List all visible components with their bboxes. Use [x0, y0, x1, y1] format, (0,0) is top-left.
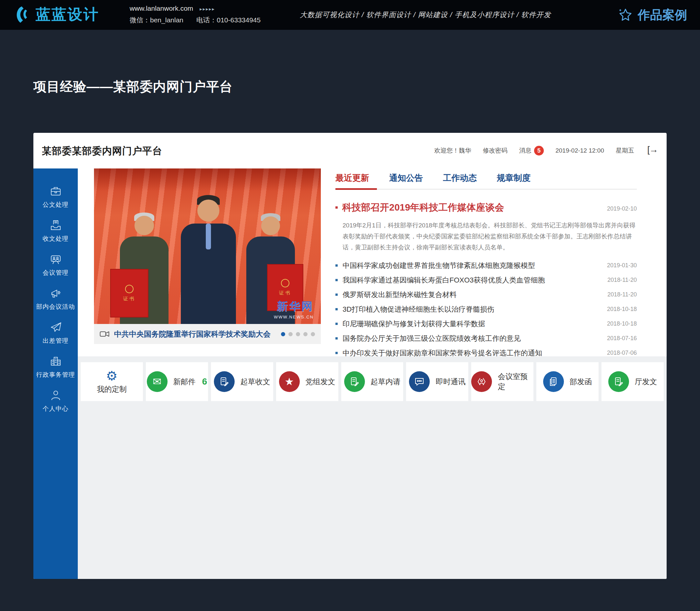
contact-block: www.lanlanwork.com ▸▸▸▸▸ 微信：ben_lanlan 电… — [130, 4, 261, 25]
quick-meeting-room[interactable]: 会议室预定 — [471, 362, 534, 401]
phone-text: 电话：010-63334945 — [196, 16, 261, 25]
quick-ministry-letter[interactable]: 部发函 — [536, 362, 599, 401]
draft-doc-icon — [214, 371, 235, 392]
new-mail-count: 6 — [202, 376, 207, 387]
sidebar-item-meetings[interactable]: 会议管理 — [33, 248, 78, 282]
inbox-doc-icon — [49, 218, 62, 232]
news-headline-date: 2019-02-10 — [607, 205, 637, 212]
news-list-item[interactable]: 印尼珊瑚礁保护与修复计划获得大量科学数据2018-10-18 — [335, 316, 637, 331]
xinhua-watermark: 新华网 WWW.NEWS.CN — [274, 299, 314, 319]
portal-main: 证书 — [78, 168, 667, 579]
news-tabs: 最近更新 通知公告 工作动态 规章制度 — [335, 172, 637, 190]
quick-instant-messaging[interactable]: 即时通讯 — [406, 362, 468, 401]
news-list-item[interactable]: 3D打印植入物促进神经细胞生长以治疗脊髓损伤2018-10-18 — [335, 302, 637, 316]
page-title: 项目经验——某部委内网门户平台 — [33, 78, 233, 95]
draft-doc-icon — [608, 371, 629, 392]
presentation-icon — [49, 252, 62, 266]
party-emblem-icon: ★ — [279, 371, 300, 392]
sidebar: 公文处理 收文处理 会议管理 部内会议活动 — [33, 168, 78, 579]
site-header: 蓝蓝设计 www.lanlanwork.com ▸▸▸▸▸ 微信：ben_lan… — [0, 0, 700, 30]
briefcase-icon — [49, 184, 62, 198]
page: 蓝蓝设计 www.lanlanwork.com ▸▸▸▸▸ 微信：ben_lan… — [0, 0, 700, 611]
carousel-dot[interactable] — [281, 332, 285, 336]
messages-label: 消息 — [519, 146, 531, 155]
draft-doc-icon — [344, 371, 365, 392]
news-panel: 最近更新 通知公告 工作动态 规章制度 科技部召开2019年科技工作媒体座谈会 … — [335, 168, 637, 356]
news-list: 中国科学家成功创建世界首批生物节律紊乱体细胞克隆猴模型2019-01-30 我国… — [335, 258, 637, 360]
welcome-text: 欢迎您！魏华 — [434, 146, 471, 155]
quick-draft-incoming[interactable]: 起草收文 — [211, 362, 273, 401]
person-icon — [49, 388, 62, 402]
news-list-item[interactable]: 中国科学家成功创建世界首批生物节律紊乱体细胞克隆猴模型2019-01-30 — [335, 258, 637, 273]
news-list-item[interactable]: 俄罗斯研发出新型纳米磁性复合材料2018-11-20 — [335, 287, 637, 302]
quick-my-custom[interactable]: ⚙ 我的定制 — [81, 362, 143, 401]
active-tab-underline — [335, 188, 377, 190]
portal-topbar: 欢迎您！魏华 修改密码 消息 5 2019-02-12 12:00 星期五 — [434, 133, 634, 168]
brand-logo[interactable]: 蓝蓝设计 — [11, 4, 99, 25]
certificate: 证书 — [110, 269, 148, 317]
carousel-caption-bar: 中共中央国务院隆重举行国家科学技术奖励大会 — [94, 324, 321, 344]
building-icon — [49, 354, 62, 368]
brand-logo-icon — [11, 4, 31, 25]
tab-notices[interactable]: 通知公告 — [389, 172, 423, 184]
news-list-item[interactable]: 国务院办公厅关于加强三级公立医院绩效考核工作的意见2018-07-16 — [335, 331, 637, 346]
carousel-dot[interactable] — [296, 332, 300, 336]
megaphone-icon — [49, 286, 62, 300]
sidebar-item-profile[interactable]: 个人中心 — [33, 384, 78, 418]
news-list-item[interactable]: 我国科学家通过基因编辑长寿蛋白FOXO3获得优质人类血管细胞2018-11-20 — [335, 273, 637, 287]
weekday-text: 星期五 — [616, 146, 634, 155]
plane-icon — [49, 321, 62, 334]
photo-figure-left: 证书 — [120, 237, 169, 324]
tab-recent-updates[interactable]: 最近更新 — [335, 172, 369, 184]
portal-window: 某部委某部委内网门户平台 欢迎您！魏华 修改密码 消息 5 2019-02-12… — [33, 133, 667, 579]
quick-new-mail[interactable]: ✉ 新邮件 6 — [146, 362, 208, 401]
sidebar-item-trips[interactable]: 出差管理 — [33, 315, 78, 349]
tab-regulations[interactable]: 规章制度 — [497, 172, 530, 184]
logout-icon[interactable]: [→ — [647, 145, 658, 155]
gear-icon: ⚙ — [106, 369, 118, 382]
envelope-icon: ✉ — [147, 371, 167, 392]
carousel-dot[interactable] — [303, 332, 308, 336]
news-headline-row: 科技部召开2019年科技工作媒体座谈会 2019-02-10 — [335, 201, 637, 214]
carousel-dot[interactable] — [311, 332, 315, 336]
portfolio-label: 作品案例 — [638, 7, 687, 23]
sidebar-item-activities[interactable]: 部内会议活动 — [33, 282, 78, 315]
quick-draft-request[interactable]: 起草内请 — [341, 362, 404, 401]
site-url: www.lanlanwork.com — [130, 4, 193, 12]
photo-curtain-shade — [94, 168, 321, 191]
datetime-text: 2019-02-12 12:00 — [555, 147, 604, 154]
sidebar-item-admin[interactable]: 行政事务管理 — [33, 349, 78, 384]
news-headline[interactable]: 科技部召开2019年科技工作媒体座谈会 — [335, 201, 607, 214]
star-icon — [618, 7, 633, 23]
carousel: 证书 — [94, 168, 321, 356]
portfolio-button[interactable]: 作品案例 — [618, 7, 687, 23]
news-section: 证书 — [78, 168, 667, 356]
carousel-photo[interactable]: 证书 — [94, 168, 321, 324]
lower-area: ⚙ 我的定制 ✉ 新邮件 6 起草收文 ★ — [78, 356, 667, 579]
letter-doc-icon — [543, 371, 564, 392]
meeting-room-icon — [471, 371, 492, 392]
quick-actions-row: ⚙ 我的定制 ✉ 新邮件 6 起草收文 ★ — [78, 356, 667, 401]
sidebar-item-docs[interactable]: 公文处理 — [33, 179, 78, 213]
messages-count-badge: 5 — [534, 146, 544, 155]
carousel-caption[interactable]: 中共中央国务院隆重举行国家科学技术奖励大会 — [114, 329, 276, 339]
services-nav: 大数据可视化设计 / 软件界面设计 / 网站建设 / 手机及小程序设计 / 软件… — [300, 10, 551, 20]
brand-logo-text: 蓝蓝设计 — [35, 4, 99, 25]
carousel-dots — [281, 332, 315, 336]
messages-link[interactable]: 消息 5 — [519, 146, 544, 155]
quick-party-doc[interactable]: ★ 党组发文 — [276, 362, 338, 401]
video-camera-icon — [100, 330, 110, 338]
photo-figure-center — [181, 224, 236, 324]
chat-icon — [409, 371, 430, 392]
tab-work-news[interactable]: 工作动态 — [443, 172, 477, 184]
quick-dept-doc[interactable]: 厅发文 — [601, 362, 664, 401]
wechat-text: 微信：ben_lanlan — [130, 16, 184, 25]
sidebar-item-inbox[interactable]: 收文处理 — [33, 213, 78, 248]
portal-header: 某部委某部委内网门户平台 欢迎您！魏华 修改密码 消息 5 2019-02-12… — [33, 133, 667, 168]
change-password-link[interactable]: 修改密码 — [483, 146, 508, 155]
news-summary: 2019年2月1日，科技部举行2018年度考核总结表彰会。科技部部长、党组书记王… — [335, 220, 637, 253]
arrows-decor: ▸▸▸▸▸ — [200, 6, 215, 12]
carousel-dot[interactable] — [289, 332, 293, 336]
portal-title: 某部委某部委内网门户平台 — [42, 145, 162, 158]
